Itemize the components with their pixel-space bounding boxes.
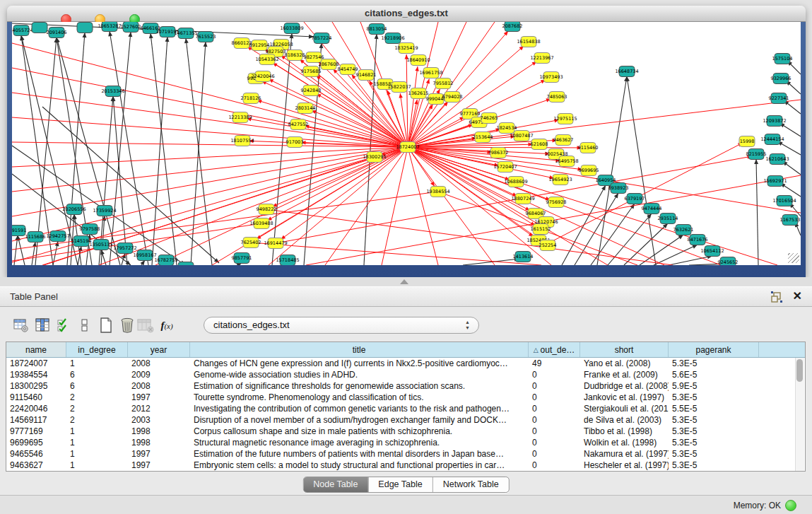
graph-node[interactable]: 7955812 — [433, 78, 454, 89]
network-window-titlebar[interactable]: citations_edges.txt — [7, 6, 806, 22]
graph-node[interactable]: 15998 — [739, 136, 755, 147]
graph-node[interactable]: 8938923 — [608, 183, 629, 194]
graph-node[interactable]: 2087682 — [502, 22, 523, 32]
graph-node[interactable]: 9245652 — [718, 257, 739, 266]
table-row[interactable]: 1456911722003Disruption of a novel membe… — [6, 414, 805, 426]
graph-node[interactable]: 9463627 — [553, 135, 574, 146]
graph-node[interactable]: 12213967 — [530, 53, 553, 64]
graph-node[interactable]: 15720407 — [493, 162, 517, 173]
tab-edge-table[interactable]: Edge Table — [368, 477, 433, 492]
graph-node[interactable]: 9857791 — [232, 253, 252, 264]
table-row[interactable]: 2242004622012Investigating the contribut… — [6, 403, 805, 414]
float-panel-icon[interactable] — [771, 291, 782, 303]
graph-node[interactable]: 1167533 — [780, 215, 801, 226]
table-scrollbar-thumb[interactable] — [796, 359, 803, 382]
graph-node[interactable]: 9474444 — [642, 204, 662, 214]
teal-node[interactable] — [77, 23, 93, 33]
select-all-rows-icon[interactable] — [54, 315, 73, 336]
graph-node[interactable]: 6379197 — [625, 194, 645, 204]
graph-node[interactable]: 9242848 — [301, 86, 322, 96]
graph-node[interactable]: 19654923 — [548, 175, 572, 185]
column-header-short[interactable]: short — [580, 342, 669, 357]
resize-grip-icon[interactable] — [788, 253, 799, 263]
table-scrollbar[interactable] — [795, 358, 804, 471]
delete-attribute-icon[interactable] — [117, 315, 137, 336]
graph-node[interactable]: 8471676 — [688, 235, 708, 245]
graph-node[interactable]: 12213389 — [228, 112, 252, 123]
graph-node[interactable]: 917003 — [286, 137, 304, 148]
table-select-dropdown[interactable]: citations_edges.txt ▲▼ — [204, 317, 479, 334]
graph-node[interactable]: 2718126 — [241, 93, 261, 104]
graph-node[interactable]: 10653287 — [98, 22, 121, 32]
graph-node[interactable]: 252254 — [539, 240, 557, 251]
tab-node-table[interactable]: Node Table — [303, 477, 368, 492]
graph-node[interactable]: 15718485 — [276, 255, 299, 266]
graph-node[interactable]: 7857224 — [312, 33, 332, 44]
graph-node[interactable]: 19384554 — [426, 187, 449, 197]
graph-node[interactable]: 2803144 — [295, 103, 316, 114]
column-header-title[interactable]: title — [190, 342, 529, 357]
column-header-out_degree[interactable]: △out_de… — [529, 342, 580, 357]
graph-node[interactable]: 9146821 — [356, 70, 377, 81]
graph-node[interactable]: 17016504 — [772, 196, 796, 206]
graph-node[interactable]: 9175685 — [301, 66, 322, 77]
graph-node[interactable]: 9699695 — [579, 165, 599, 176]
graph-node[interactable]: 20153346 — [101, 86, 124, 97]
create-new-table-icon[interactable] — [96, 315, 116, 336]
graph-node[interactable]: 9756928 — [546, 197, 567, 208]
graph-node[interactable]: 1413614 — [513, 252, 534, 262]
graph-node[interactable]: 16154838 — [517, 37, 540, 47]
graph-node[interactable]: 16961758 — [419, 68, 442, 78]
graph-node[interactable]: 9797588 — [80, 224, 100, 235]
graph-node[interactable]: 7625402 — [241, 238, 261, 248]
graph-node[interactable]: 2153644 — [473, 132, 493, 143]
graph-node[interactable]: 1575104 — [772, 54, 793, 64]
table-row[interactable]: 946554611997Estimation of the future num… — [6, 448, 805, 460]
table-row[interactable]: 977716911998Corpus callosum shape and si… — [6, 426, 805, 437]
graph-node[interactable]: 7632621 — [673, 225, 694, 235]
graph-node[interactable]: 1145194 — [71, 236, 92, 247]
graph-node[interactable]: 18325419 — [394, 43, 418, 54]
graph-node[interactable]: 19218906 — [381, 33, 404, 44]
splitter-handle-icon[interactable] — [400, 279, 408, 284]
graph-node[interactable]: 9498222 — [257, 204, 277, 215]
graph-node[interactable]: 9115460 — [578, 143, 599, 153]
table-options-icon[interactable] — [11, 315, 31, 336]
graph-node[interactable]: 7485063 — [547, 92, 567, 103]
graph-node[interactable]: 16648734 — [615, 66, 638, 77]
panel-splitter[interactable] — [0, 277, 812, 286]
graph-node[interactable] — [32, 23, 47, 33]
graph-node[interactable]: 746265 — [481, 113, 498, 124]
graph-node[interactable]: 1527602 — [121, 22, 141, 33]
graph-node[interactable]: 1115686 — [25, 232, 46, 243]
graph-node[interactable]: 2867608 — [319, 59, 339, 70]
table-row[interactable]: 911546021997Tourette syndrome. Phenomeno… — [6, 392, 805, 403]
table-row[interactable]: 1830029562008Estimation of significance … — [6, 380, 805, 392]
graph-node[interactable]: 16914479 — [264, 238, 287, 249]
tab-network-table[interactable]: Network Table — [433, 477, 509, 492]
graph-node[interactable]: 391591 — [12, 226, 26, 236]
delete-table-icon[interactable] — [136, 315, 155, 336]
graph-node[interactable]: 8427552 — [288, 119, 309, 130]
show-column-icon[interactable] — [33, 315, 52, 336]
graph-node[interactable]: 18107554 — [230, 136, 254, 146]
table-row[interactable]: 1872400712008Changes of HCN gene express… — [6, 358, 805, 369]
graph-node[interactable]: 8186328 — [285, 50, 305, 61]
graph-node[interactable]: 8813054 — [367, 24, 387, 35]
graph-node[interactable]: 1615152 — [531, 224, 551, 235]
graph-node[interactable]: 12975115 — [553, 114, 577, 124]
table-row[interactable]: 1938455462009Genome-wide association stu… — [6, 369, 805, 380]
graph-node[interactable]: 2091406 — [47, 28, 67, 38]
graph-node[interactable]: 621608 — [531, 139, 548, 150]
graph-node[interactable]: 9329966 — [771, 74, 792, 84]
table-row[interactable]: 969969511998Structural magnetic resonanc… — [6, 437, 805, 448]
graph-node[interactable]: 8215955 — [746, 149, 767, 160]
graph-node[interactable]: 7615523 — [196, 32, 216, 42]
column-header-year[interactable]: year — [128, 342, 190, 357]
graph-node[interactable]: 8454749 — [338, 64, 358, 75]
graph-node[interactable]: 14055724 — [12, 25, 33, 36]
graph-node[interactable]: 6794028 — [442, 92, 463, 103]
table-row[interactable]: 946362711997Embryonic stem cells: a mode… — [6, 460, 805, 471]
network-canvas[interactable]: 1405572420914061065328715276026466161107… — [12, 22, 801, 265]
graph-node[interactable]: 9227341 — [769, 93, 789, 104]
